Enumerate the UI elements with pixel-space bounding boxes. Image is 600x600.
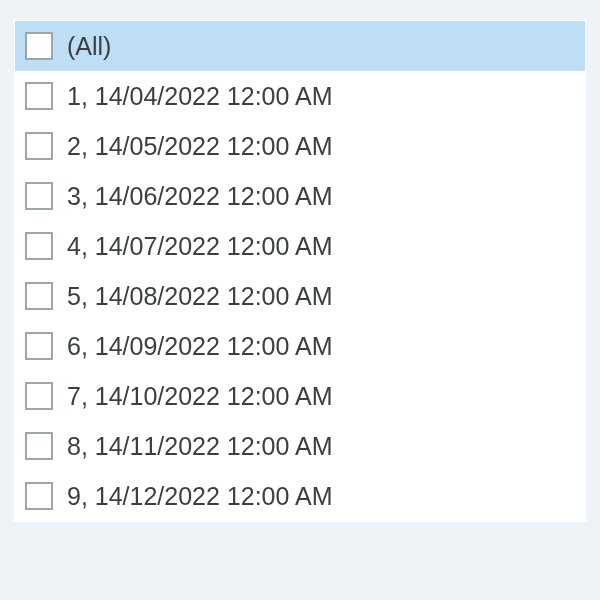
filter-item[interactable]: 7, 14/10/2022 12:00 AM: [15, 371, 585, 421]
checkbox[interactable]: [25, 232, 53, 260]
checkbox[interactable]: [25, 282, 53, 310]
filter-item[interactable]: 3, 14/06/2022 12:00 AM: [15, 171, 585, 221]
checkbox[interactable]: [25, 482, 53, 510]
filter-item[interactable]: 8, 14/11/2022 12:00 AM: [15, 421, 585, 471]
checkbox[interactable]: [25, 182, 53, 210]
checkbox[interactable]: [25, 332, 53, 360]
checkbox[interactable]: [25, 432, 53, 460]
filter-item-label: 7, 14/10/2022 12:00 AM: [67, 382, 333, 411]
filter-item[interactable]: 1, 14/04/2022 12:00 AM: [15, 71, 585, 121]
filter-item-label: 2, 14/05/2022 12:00 AM: [67, 132, 333, 161]
filter-item[interactable]: 5, 14/08/2022 12:00 AM: [15, 271, 585, 321]
filter-item-label: 5, 14/08/2022 12:00 AM: [67, 282, 333, 311]
filter-item[interactable]: 9, 14/12/2022 12:00 AM: [15, 471, 585, 521]
filter-item-label: 4, 14/07/2022 12:00 AM: [67, 232, 333, 261]
checkbox[interactable]: [25, 82, 53, 110]
checkbox-all[interactable]: [25, 32, 53, 60]
filter-item-label: 8, 14/11/2022 12:00 AM: [67, 432, 333, 461]
checkbox[interactable]: [25, 132, 53, 160]
filter-item-label: 9, 14/12/2022 12:00 AM: [67, 482, 333, 511]
filter-item[interactable]: 4, 14/07/2022 12:00 AM: [15, 221, 585, 271]
filter-list: (All) 1, 14/04/2022 12:00 AM 2, 14/05/20…: [14, 20, 586, 522]
filter-item[interactable]: 2, 14/05/2022 12:00 AM: [15, 121, 585, 171]
filter-item-label: 3, 14/06/2022 12:00 AM: [67, 182, 333, 211]
filter-item-label: (All): [67, 32, 111, 61]
filter-item-label: 6, 14/09/2022 12:00 AM: [67, 332, 333, 361]
filter-item[interactable]: 6, 14/09/2022 12:00 AM: [15, 321, 585, 371]
filter-item-all[interactable]: (All): [15, 21, 585, 71]
checkbox[interactable]: [25, 382, 53, 410]
filter-item-label: 1, 14/04/2022 12:00 AM: [67, 82, 333, 111]
